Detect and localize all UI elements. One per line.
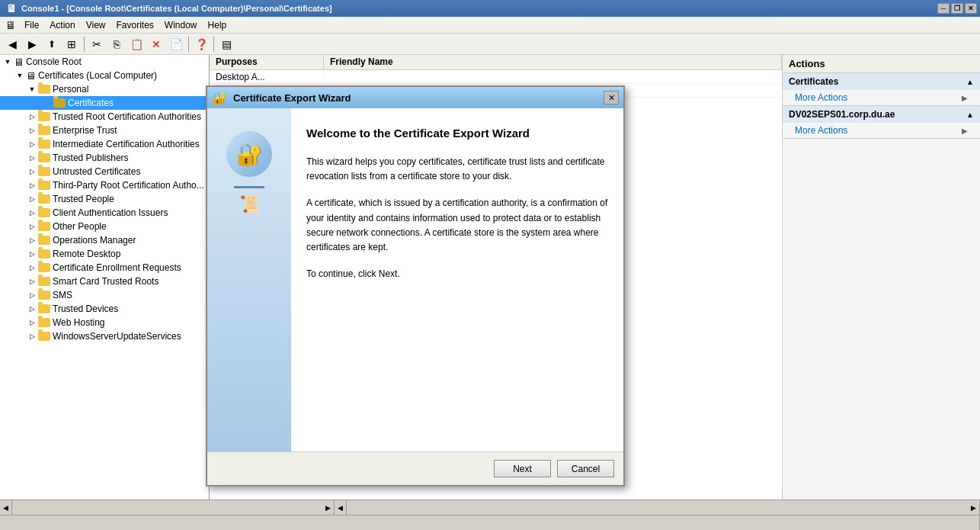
tree-item-certificates-local[interactable]: ▼ 🖥 Certificates (Local Computer) (0, 69, 209, 82)
client-auth-icon (38, 208, 50, 217)
properties-button[interactable]: 📄 (167, 36, 185, 53)
tree-item-client-auth[interactable]: ▷ Client Authentication Issuers (0, 206, 209, 220)
menu-window[interactable]: Window (160, 18, 202, 32)
expander-intermediate[interactable]: ▷ (26, 138, 38, 150)
arrow-more-actions-server-icon: ▶ (962, 127, 968, 135)
tree-item-wsus[interactable]: ▷ WindowsServerUpdateServices (0, 329, 209, 343)
dialog-sidebar: 🔐 📜 (207, 108, 291, 451)
expander-trusted-pub[interactable]: ▷ (26, 152, 38, 164)
trusted-root-icon (38, 112, 50, 121)
menu-action[interactable]: Action (45, 18, 79, 32)
console-root-label: Console Root (26, 56, 82, 67)
personal-folder-icon (38, 85, 50, 94)
tree-item-web-hosting[interactable]: ▷ Web Hosting (0, 316, 209, 329)
wizard-sidebar-graphic: 🔐 📜 (226, 124, 272, 214)
scroll-right2-btn[interactable]: ▶ (968, 500, 980, 515)
close-button[interactable]: ✕ (965, 3, 977, 14)
actions-section-certificates: Certificates ▲ More Actions ▶ (783, 73, 980, 106)
tree-item-smart-card[interactable]: ▷ Smart Card Trusted Roots (0, 275, 209, 288)
tree-item-third-party[interactable]: ▷ Third-Party Root Certification Autho..… (0, 178, 209, 192)
minimize-button[interactable]: ─ (937, 3, 950, 14)
menu-help[interactable]: Help (203, 18, 232, 32)
dialog-heading: Welcome to the Certificate Export Wizard (306, 127, 608, 140)
tree-item-console-root[interactable]: ▼ 🖥 Console Root (0, 55, 209, 69)
tree-item-certificates[interactable]: ▷ Certificates (0, 96, 209, 110)
cert-row-1[interactable]: Desktop A... (210, 70, 782, 84)
personal-label: Personal (53, 84, 88, 95)
expander-wsus[interactable]: ▷ (26, 330, 38, 342)
scrollbar-track-top[interactable] (12, 500, 322, 515)
delete-button[interactable]: ✕ (147, 36, 165, 53)
back-button[interactable]: ◀ (3, 36, 21, 53)
copy-button[interactable]: ⎘ (107, 36, 126, 53)
tree-item-operations[interactable]: ▷ Operations Manager (0, 233, 209, 247)
tree-item-trusted-devices[interactable]: ▷ Trusted Devices (0, 302, 209, 316)
menu-view[interactable]: View (82, 18, 110, 32)
help-button[interactable]: ❓ (192, 36, 210, 53)
expander-untrusted[interactable]: ▷ (26, 165, 38, 178)
restore-button[interactable]: ❐ (951, 3, 963, 14)
expander-trusted-people[interactable]: ▷ (26, 193, 38, 205)
app-logo-icon: 🖥 (3, 18, 18, 33)
scroll-left-btn[interactable]: ◀ (0, 500, 12, 515)
trusted-devices-label: Trusted Devices (53, 304, 118, 314)
expander-operations[interactable]: ▷ (26, 234, 38, 246)
title-bar: 🖥 Console1 - [Console Root\Certificates … (0, 0, 980, 17)
cut-button[interactable]: ✂ (88, 36, 106, 53)
trusted-devices-icon (38, 304, 50, 313)
expander-console-root[interactable]: ▼ (2, 56, 14, 68)
scrollbar-track-mid[interactable] (347, 500, 968, 515)
status-bar-top: ◀ ▶ ◀ ▶ (0, 499, 980, 515)
actions-section-certs-title[interactable]: Certificates ▲ (783, 73, 980, 90)
show-hide-button[interactable]: ⊞ (62, 36, 81, 53)
actions-more-actions-certs[interactable]: More Actions ▶ (783, 90, 980, 105)
window-controls: ─ ❐ ✕ (937, 3, 977, 14)
next-button[interactable]: Next (494, 460, 551, 477)
expander-client-auth[interactable]: ▷ (26, 207, 38, 219)
actions-section-server-title[interactable]: DV02SEPS01.corp.du.ae ▲ (783, 106, 980, 123)
scroll-right-btn[interactable]: ▶ (322, 500, 335, 515)
tree-item-trusted-root[interactable]: ▷ Trusted Root Certification Authorities (0, 110, 209, 124)
expander-personal[interactable]: ▼ (26, 83, 38, 95)
expander-other-people[interactable]: ▷ (26, 220, 38, 233)
tree-item-untrusted[interactable]: ▷ Untrusted Certificates (0, 165, 209, 178)
tree-item-enterprise-trust[interactable]: ▷ Enterprise Trust (0, 124, 209, 137)
expander-cert-enroll[interactable]: ▷ (26, 262, 38, 274)
console-root-icon: 🖥 (14, 56, 24, 68)
tree-item-personal[interactable]: ▼ Personal (0, 82, 209, 96)
tree-item-trusted-people[interactable]: ▷ Trusted People (0, 192, 209, 206)
expander-trusted-devices[interactable]: ▷ (26, 303, 38, 315)
expander-third-party[interactable]: ▷ (26, 179, 38, 191)
tree-item-remote-desktop[interactable]: ▷ Remote Desktop (0, 247, 209, 261)
tree-item-cert-enrollment[interactable]: ▷ Certificate Enrollment Requests (0, 261, 209, 275)
expander-remote[interactable]: ▷ (26, 248, 38, 260)
expander-trusted-root[interactable]: ▷ (26, 111, 38, 123)
expander-smart-card[interactable]: ▷ (26, 275, 38, 287)
forward-button[interactable]: ▶ (23, 36, 41, 53)
tree-item-trusted-publishers[interactable]: ▷ Trusted Publishers (0, 151, 209, 165)
view-button[interactable]: ▤ (217, 36, 235, 53)
menu-favorites[interactable]: Favorites (112, 18, 159, 32)
expander-enterprise[interactable]: ▷ (26, 124, 38, 137)
dialog-content: Welcome to the Certificate Export Wizard… (291, 108, 623, 451)
paste-button[interactable]: 📋 (127, 36, 146, 53)
expander-web-hosting[interactable]: ▷ (26, 316, 38, 329)
menu-file[interactable]: File (20, 18, 43, 32)
cancel-button[interactable]: Cancel (557, 460, 614, 477)
expander-cert-local[interactable]: ▼ (14, 69, 26, 82)
expander-sms[interactable]: ▷ (26, 289, 38, 301)
dialog-close-button[interactable]: ✕ (604, 91, 619, 104)
dialog-para-2: A certificate, which is issued by a cert… (306, 196, 608, 255)
certificates-label: Certificates (68, 98, 114, 108)
cert-enroll-icon (38, 263, 50, 272)
wsus-icon (38, 332, 50, 341)
tree-item-intermediate[interactable]: ▷ Intermediate Certification Authorities (0, 137, 209, 151)
actions-more-actions-server[interactable]: More Actions ▶ (783, 123, 980, 138)
up-button[interactable]: ⬆ (43, 36, 61, 53)
scroll-left2-btn[interactable]: ◀ (335, 500, 347, 515)
tree-item-sms[interactable]: ▷ SMS (0, 288, 209, 302)
operations-icon (38, 236, 50, 245)
dialog-title-text: Certificate Export Wizard (233, 92, 351, 104)
actions-section-server: DV02SEPS01.corp.du.ae ▲ More Actions ▶ (783, 106, 980, 139)
tree-item-other-people[interactable]: ▷ Other People (0, 220, 209, 233)
